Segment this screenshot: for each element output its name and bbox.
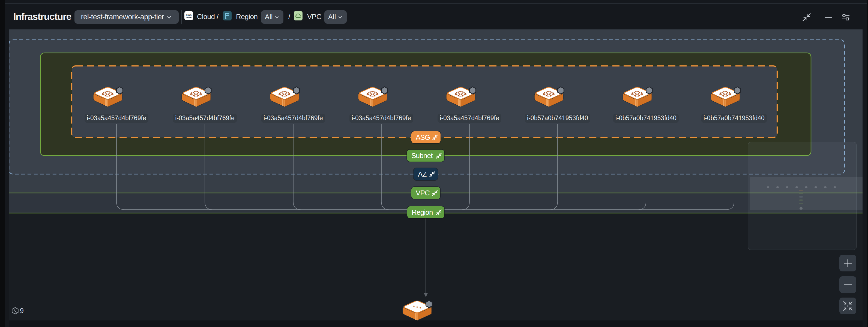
- svg-text:aws: aws: [186, 13, 192, 17]
